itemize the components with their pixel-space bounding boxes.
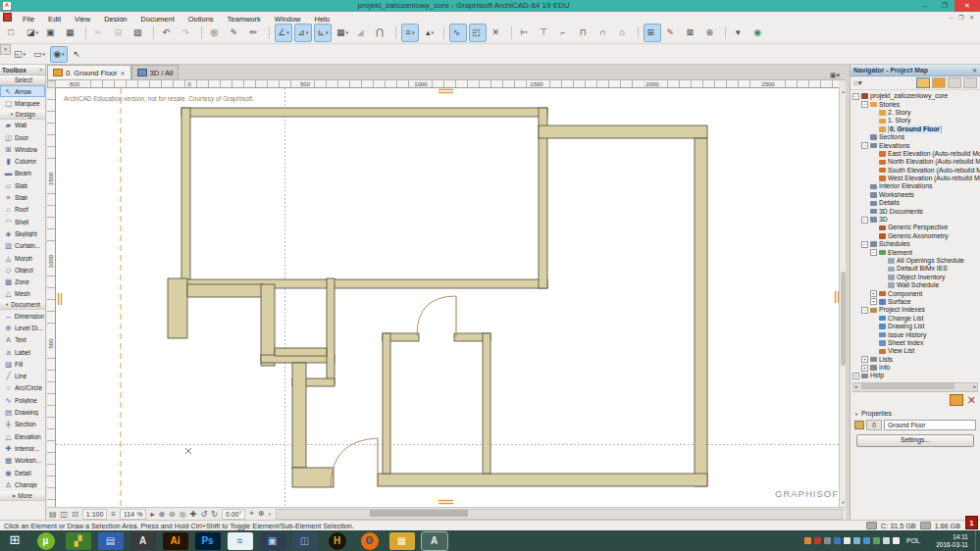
quick-option-icon[interactable]: ▤ (47, 510, 59, 519)
tray-icon[interactable] (873, 537, 880, 544)
properties-header[interactable]: ▼Properties (851, 408, 980, 419)
scale-value[interactable]: 1:100 (82, 509, 108, 520)
tab-close-icon[interactable]: ✕ (121, 70, 126, 76)
taskbar-app[interactable]: µ (37, 532, 55, 550)
orient-icon[interactable]: ⌖ (247, 509, 256, 519)
toolbox-tool[interactable]: ▮ Column (0, 155, 45, 167)
toolbox-tool[interactable]: ▦ Worksh... (0, 455, 45, 467)
tree-expander-icon[interactable]: − (870, 249, 877, 256)
toolbar-button[interactable]: ◪▾ (24, 24, 41, 42)
tree-item[interactable]: Object Inventory (851, 274, 980, 281)
toolbar-button[interactable]: ⋂▾ (373, 24, 390, 42)
toolbox-tool[interactable]: A Text (0, 334, 45, 346)
tree-item[interactable]: + Help (851, 372, 980, 379)
toolbox-section-header[interactable]: ▼Design (0, 110, 45, 120)
toolbox-tool[interactable]: ◫ Door (0, 131, 45, 143)
toolbox-section-header[interactable]: ▼Document (0, 300, 45, 310)
taskbar-app[interactable]: ▣ (260, 532, 285, 550)
toolbox-tool[interactable]: ▥ Curtain... (0, 240, 45, 252)
maximize-button[interactable]: ❐ (935, 0, 954, 12)
orient-icon[interactable]: ⊕ (256, 509, 267, 519)
tree-expander-icon[interactable]: − (861, 142, 868, 149)
tab-ground-floor[interactable]: 0. Ground Floor ✕ (47, 65, 131, 79)
toolbar-button[interactable]: ▾ (635, 25, 642, 41)
tray-icon[interactable] (814, 537, 821, 544)
tree-expander-icon[interactable]: − (861, 101, 868, 108)
toolbox-tool[interactable]: ▨ Fill (0, 358, 45, 370)
drawing-canvas[interactable]: ArchiCAD Education version, not for resa… (56, 88, 839, 507)
toolbar-button[interactable]: ∠▾ (275, 24, 292, 42)
toolbar-button[interactable]: ▾ (392, 25, 399, 41)
toolbar-button[interactable]: □▾ (4, 24, 22, 42)
toolbox-tool[interactable]: ⊕ Level Di... (0, 322, 45, 333)
tree-expander-icon[interactable]: − (861, 307, 868, 314)
tree-expander-icon[interactable]: + (852, 373, 859, 379)
toolbox-tool[interactable]: ↔ Dimension (0, 310, 45, 322)
toolbox-tool[interactable]: ⊞ Window (0, 143, 45, 155)
tree-item[interactable]: − Element (851, 248, 980, 256)
layout-book-icon[interactable] (948, 77, 961, 88)
delete-icon[interactable]: ✕ (967, 394, 976, 407)
quick-option-icon[interactable]: ◫ (59, 510, 71, 519)
toolbar-button[interactable]: ▾ (150, 25, 157, 41)
toolbox-tool[interactable]: ◬ Morph (0, 252, 45, 264)
tree-item[interactable]: Drawing List (851, 323, 980, 330)
toolbox-tool[interactable]: ↖ Arrow (0, 85, 45, 97)
horizontal-scroll-thumb[interactable] (370, 510, 468, 517)
tray-icon[interactable] (853, 537, 860, 544)
tree-item[interactable]: + Component (851, 289, 980, 297)
toolbar-button[interactable]: ⊟▾ (111, 24, 129, 42)
tray-icon[interactable] (893, 537, 900, 544)
canvas-horizontal-scrollbar[interactable] (276, 509, 843, 520)
toolbar-button[interactable]: ▾▾ (731, 24, 748, 42)
show-desktop-button[interactable] (975, 530, 980, 551)
layers-icon[interactable]: ≡ (109, 510, 118, 519)
toolbar-button[interactable]: ▾ (508, 25, 515, 41)
tree-item[interactable]: + Info (851, 364, 980, 372)
tray-icon[interactable] (804, 537, 811, 544)
toolbox-tool[interactable]: ▢ Marquee (0, 97, 45, 109)
toolbar-button[interactable]: ∿▾ (449, 24, 467, 42)
taskbar-app[interactable]: ◫ (292, 532, 318, 550)
toolbox-tool[interactable]: ◈ Skylight (0, 227, 45, 239)
tree-item[interactable]: 2. Story (851, 109, 980, 117)
tree-item[interactable]: − Elevations (851, 141, 980, 149)
subtoolbar-button[interactable]: ◉▾ (50, 46, 68, 63)
tree-item[interactable]: Issue History (851, 330, 980, 338)
tree-item[interactable]: View List (851, 347, 980, 355)
toolbar-button[interactable]: ▨▾ (130, 24, 148, 42)
tree-item[interactable]: Sections (851, 133, 980, 141)
scroll-left-icon[interactable]: ◂ (854, 383, 857, 390)
toolbox-tool[interactable]: ╪ Section (0, 419, 45, 430)
taskbar-app[interactable]: H (329, 532, 346, 550)
tree-item[interactable]: All Openings Schedule (851, 257, 980, 265)
tree-item[interactable]: 0. Ground Floor (851, 125, 980, 133)
tree-item[interactable]: Generic Perspective (851, 224, 980, 231)
tree-item[interactable]: Worksheets (851, 191, 980, 199)
toolbar-button[interactable]: ◢▾ (353, 24, 371, 42)
toolbar-button[interactable]: ↶▾ (159, 24, 177, 42)
toolbar-button[interactable]: ▣▾ (43, 24, 61, 42)
taskbar-app[interactable]: Ai (163, 532, 188, 550)
toolbar-button[interactable]: ⊠▾ (683, 24, 700, 42)
toolbar-button[interactable]: ✎▾ (663, 24, 681, 42)
toolbox-tool[interactable]: ≡ Stair (0, 191, 45, 203)
toolbox-close-icon[interactable]: ✕ (39, 67, 43, 73)
toolbar-button[interactable]: ▾ (722, 25, 729, 41)
subtoolbar-button[interactable]: ↖▾ (70, 46, 87, 63)
tree-expander-icon[interactable]: + (870, 298, 877, 305)
archicad-menu-icon[interactable] (3, 13, 12, 22)
toolbox-tool[interactable]: ▤ Drawing (0, 406, 45, 418)
tab-3d-all[interactable]: 3D / All (131, 65, 180, 79)
tree-item[interactable]: North Elevation (Auto-rebuild Model) (851, 158, 980, 166)
tree-item[interactable]: − 3D (851, 216, 980, 224)
tree-item[interactable]: − Schedules (851, 240, 980, 248)
toolbox-tool[interactable]: ▬ Beam (0, 168, 45, 179)
tree-item[interactable]: Sheet Index (851, 339, 980, 347)
tree-item[interactable]: − Stories (851, 100, 980, 108)
tree-item[interactable]: Default BIMx IES (851, 265, 980, 273)
zoom-control-icon[interactable]: ◎ (178, 510, 188, 519)
ruler-corner[interactable] (47, 80, 56, 88)
toolbar-button[interactable]: ◰▾ (469, 24, 487, 42)
toolbox-tool[interactable]: ∿ Polyline (0, 394, 45, 406)
